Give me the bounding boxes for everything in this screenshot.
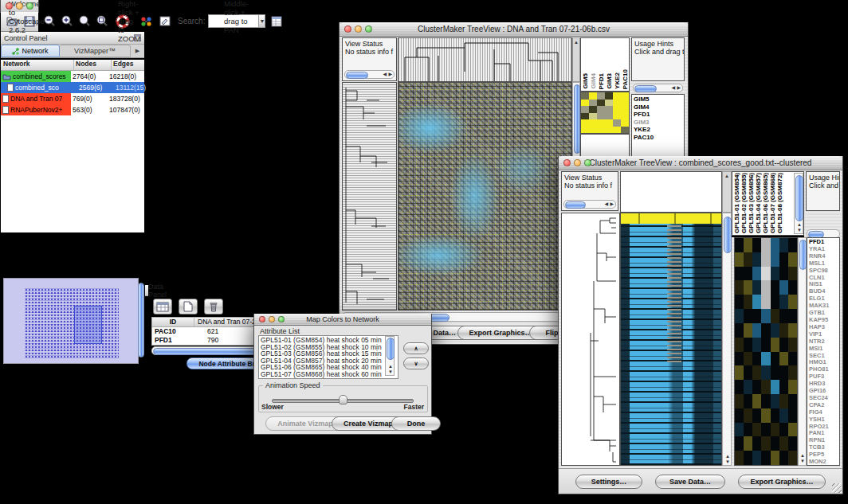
- list-item[interactable]: PFD1: [598, 73, 605, 89]
- export-graphics-button[interactable]: Export Graphics…: [738, 475, 826, 489]
- detail-heatmap[interactable]: [734, 237, 798, 466]
- close-icon[interactable]: [563, 159, 571, 166]
- row-dendrogram[interactable]: [342, 82, 397, 311]
- network-edges: 16218(0): [108, 72, 144, 80]
- network-row[interactable]: RNAPuberNov2+ 563(0) 107847(0): [1, 104, 144, 115]
- move-up-button[interactable]: ∧: [403, 342, 429, 354]
- search-dropdown-button[interactable]: ▼: [259, 14, 265, 28]
- done-button[interactable]: Done: [391, 416, 441, 431]
- zoom-icon[interactable]: [26, 2, 33, 10]
- network-overview[interactable]: [3, 278, 139, 364]
- treeview1-titlebar[interactable]: ClusterMaker TreeView : DNA and Tran 07-…: [340, 22, 688, 37]
- column-labels-scrollbar[interactable]: ▲▼: [794, 173, 803, 234]
- heatmap-cell: [771, 338, 779, 352]
- id-column-header[interactable]: ID: [152, 318, 194, 326]
- overview-viewport-rect[interactable]: [74, 306, 102, 344]
- heatmap-cell: [735, 238, 744, 252]
- table-mode-icon[interactable]: [153, 299, 172, 315]
- slider-thumb[interactable]: [339, 395, 347, 404]
- scroll-strip[interactable]: ▲: [722, 171, 732, 213]
- list-item[interactable]: PAC10: [634, 134, 684, 142]
- minimize-icon[interactable]: [355, 25, 362, 33]
- list-item[interactable]: GPL51-07 (GSM868): [769, 173, 776, 233]
- main-heatmap[interactable]: [398, 82, 572, 311]
- minimize-icon[interactable]: [269, 316, 275, 322]
- list-item[interactable]: GPL51-02 (GSM855): [740, 173, 748, 233]
- list-item[interactable]: GPL51-01 (GSM854): [733, 173, 740, 233]
- tab-network[interactable]: Network: [1, 45, 60, 57]
- network-row[interactable]: combined_scores 2764(0) 16218(0): [1, 71, 144, 82]
- col-network[interactable]: Network: [1, 60, 74, 70]
- save-data-button[interactable]: Save Data…: [655, 475, 725, 489]
- close-icon[interactable]: [344, 25, 351, 33]
- zoom-selected-icon[interactable]: [95, 14, 109, 29]
- heatmap-cell: [771, 295, 779, 309]
- attribute-browser-icon[interactable]: [270, 15, 283, 28]
- list-item[interactable]: GPL51-04 (GSM857): [755, 173, 762, 233]
- attribute-list[interactable]: GPL51-01 (GSM854) heat shock 05 minGPL51…: [258, 335, 398, 379]
- row-dendrogram[interactable]: [561, 213, 620, 466]
- minimize-icon[interactable]: [16, 2, 23, 10]
- list-item[interactable]: GPL51-03 (GSM856): [748, 173, 755, 233]
- new-attribute-icon[interactable]: [179, 299, 198, 315]
- list-item[interactable]: GPL51-07 (GSM868) heat shock 60 min: [261, 371, 398, 378]
- heatmap-cell: [589, 119, 597, 127]
- view-status-scrollbar[interactable]: ◀▶: [563, 200, 616, 209]
- tabs-overflow-button[interactable]: ▶: [131, 45, 144, 57]
- zoom-in-icon[interactable]: [60, 14, 74, 29]
- detail-heatmap[interactable]: [580, 92, 630, 134]
- move-down-button[interactable]: ∨: [403, 357, 429, 369]
- settings-button[interactable]: Settings…: [575, 475, 642, 489]
- attribute-list-scrollbar[interactable]: ▲▼: [385, 336, 395, 376]
- view-status-scrollbar[interactable]: ◀▶: [344, 70, 395, 79]
- speed-slider[interactable]: [272, 395, 414, 404]
- list-item[interactable]: GPL51-08 (GSM872): [776, 173, 783, 233]
- heatmap-cell: [735, 295, 744, 309]
- list-item[interactable]: GIM4: [590, 73, 597, 89]
- zoom-icon[interactable]: [584, 159, 591, 166]
- treeview1-title: ClusterMaker TreeView : DNA and Tran 07-…: [340, 25, 688, 33]
- list-item[interactable]: GIM3: [606, 73, 613, 89]
- window-controls[interactable]: [1, 2, 38, 10]
- list-item[interactable]: GIM3: [634, 119, 684, 127]
- resize-grip[interactable]: [832, 483, 842, 493]
- list-item[interactable]: GIM5: [634, 96, 684, 104]
- zoom-icon[interactable]: [365, 25, 372, 33]
- treeview2-titlebar[interactable]: ClusterMaker TreeView : combined_scores_…: [559, 156, 842, 170]
- tab-vizmapper[interactable]: VizMapper™: [60, 45, 131, 57]
- list-item[interactable]: GIM4: [634, 104, 684, 111]
- close-icon[interactable]: [259, 316, 265, 322]
- list-item[interactable]: PAC10: [622, 69, 629, 89]
- treeview1-column-labels: GIM5GIM4PFD1GIM3YKE2PAC10: [580, 37, 630, 92]
- column-dendrogram[interactable]: [620, 171, 722, 213]
- delete-attribute-trash-icon[interactable]: [204, 299, 223, 315]
- minimize-icon[interactable]: [574, 159, 581, 166]
- control-panel-title: Control Panel: [4, 34, 48, 42]
- vizmapper-nodes-icon[interactable]: [139, 15, 154, 28]
- scroll-strip[interactable]: ▲: [572, 37, 580, 82]
- col-edges[interactable]: Edges: [112, 60, 144, 70]
- zoom-fit-icon[interactable]: [77, 14, 92, 29]
- main-heatmap[interactable]: [620, 213, 722, 466]
- col-nodes[interactable]: Nodes: [74, 60, 112, 70]
- gene-list-scrollbar[interactable]: ▲▼: [798, 237, 807, 466]
- map-colors-dialog: Map Colors to Network Attribute List GPL…: [253, 314, 432, 435]
- list-item[interactable]: GPL51-06 (GSM865): [762, 173, 769, 233]
- list-item[interactable]: YKE2: [614, 72, 621, 89]
- treeview2-gene-list[interactable]: PFD1YRA1RNR4MSL1SPC98CLN1NIS1BUD4ELG1MAK…: [807, 237, 840, 466]
- network-row-selected[interactable]: combined_sco 2569(6) 13112(15): [1, 82, 144, 93]
- heatmap-cell: [605, 119, 613, 127]
- close-icon[interactable]: [6, 2, 13, 10]
- overview-scrollbar[interactable]: [138, 283, 144, 357]
- heatmap-vscrollbar[interactable]: ▲▼: [722, 213, 732, 466]
- column-dendrogram[interactable]: [398, 37, 572, 82]
- zoom-icon[interactable]: [278, 316, 285, 322]
- usage-hints-scrollbar[interactable]: ◀▶: [633, 84, 683, 92]
- list-item[interactable]: MON2: [809, 459, 839, 466]
- list-item[interactable]: PFD1: [634, 111, 684, 119]
- list-item[interactable]: YKE2: [634, 126, 684, 134]
- dialog-titlebar[interactable]: Map Colors to Network: [254, 314, 431, 326]
- network-row[interactable]: DNA and Tran 07 769(0) 183728(0): [1, 93, 144, 104]
- annotation-icon[interactable]: [159, 15, 171, 28]
- list-item[interactable]: GIM5: [582, 73, 589, 89]
